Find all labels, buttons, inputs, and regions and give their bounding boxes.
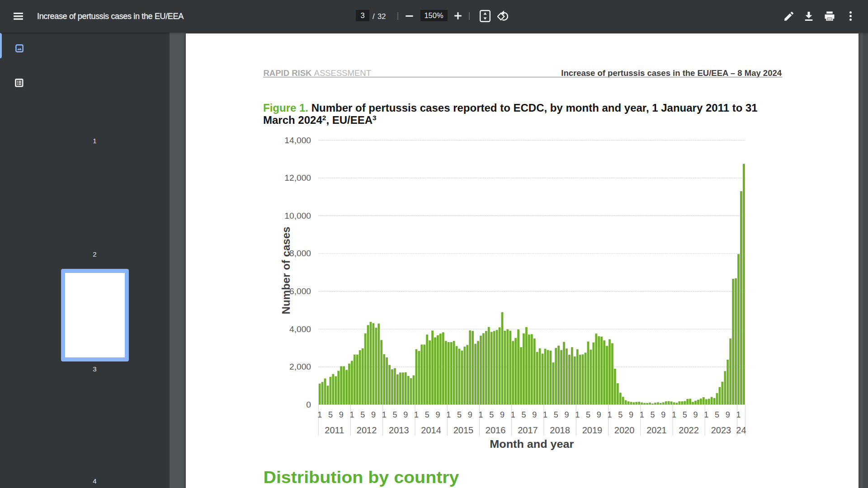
svg-text:Figure 1. Number of pertussis: Figure 1. Number of pertussis cases repo… — [263, 102, 758, 114]
svg-text:5: 5 — [360, 410, 365, 419]
svg-text:2014: 2014 — [421, 425, 441, 435]
svg-text:Number of cases: Number of cases — [280, 227, 292, 314]
svg-text:9: 9 — [339, 410, 343, 419]
svg-text:Increase of pertussis cases in: Increase of pertussis cases in the EU/EE… — [561, 68, 782, 78]
svg-text:9: 9 — [596, 410, 601, 419]
svg-text:2012: 2012 — [356, 425, 377, 435]
svg-text:9: 9 — [532, 410, 537, 419]
svg-text:2023: 2023 — [711, 425, 731, 435]
svg-text:9: 9 — [725, 410, 730, 419]
svg-text:1: 1 — [382, 410, 386, 419]
svg-text:9: 9 — [628, 410, 633, 419]
svg-text:5: 5 — [521, 410, 526, 419]
svg-text:5: 5 — [457, 410, 461, 419]
svg-text:9: 9 — [435, 410, 440, 419]
svg-text:9: 9 — [467, 410, 472, 419]
svg-text:12,000: 12,000 — [284, 173, 311, 183]
svg-text:1: 1 — [478, 410, 483, 419]
svg-text:2021: 2021 — [646, 425, 667, 435]
svg-text:1: 1 — [671, 410, 676, 419]
svg-text:9: 9 — [500, 410, 504, 419]
svg-text:1: 1 — [414, 410, 418, 419]
svg-text:5: 5 — [585, 410, 590, 419]
svg-text:5: 5 — [392, 410, 397, 419]
svg-text:1: 1 — [736, 410, 741, 419]
svg-text:1: 1 — [639, 410, 644, 419]
svg-text:5: 5 — [650, 410, 655, 419]
svg-text:4,000: 4,000 — [289, 324, 311, 334]
svg-text:1: 1 — [349, 410, 354, 419]
svg-text:2016: 2016 — [485, 425, 505, 435]
svg-text:2019: 2019 — [582, 425, 602, 435]
svg-text:2018: 2018 — [550, 425, 570, 435]
svg-text:2017: 2017 — [518, 425, 538, 435]
svg-text:2022: 2022 — [679, 425, 699, 435]
svg-text:March 20242, EU/EEA3: March 20242, EU/EEA3 — [263, 114, 377, 126]
svg-text:5: 5 — [553, 410, 558, 419]
svg-text:1: 1 — [510, 410, 515, 419]
svg-text:RAPID RISK ASSESSMENT: RAPID RISK ASSESSMENT — [263, 68, 371, 78]
svg-text:9: 9 — [661, 410, 665, 419]
svg-text:9: 9 — [693, 410, 698, 419]
svg-text:5: 5 — [618, 410, 623, 419]
svg-text:2015: 2015 — [453, 425, 473, 435]
svg-text:Month and year: Month and year — [490, 438, 574, 450]
svg-text:2020: 2020 — [614, 425, 634, 435]
svg-text:2011: 2011 — [325, 425, 344, 435]
svg-text:14,000: 14,000 — [284, 136, 311, 145]
svg-text:1: 1 — [575, 410, 580, 419]
svg-text:5: 5 — [425, 410, 429, 419]
svg-text:6,000: 6,000 — [289, 286, 311, 296]
svg-text:2,000: 2,000 — [289, 362, 311, 371]
svg-text:0: 0 — [306, 400, 311, 409]
svg-text:5: 5 — [714, 410, 719, 419]
svg-text:9: 9 — [564, 410, 569, 419]
svg-text:24: 24 — [736, 425, 746, 435]
svg-text:2013: 2013 — [389, 425, 409, 435]
svg-text:1: 1 — [317, 410, 322, 419]
svg-text:Distribution by country: Distribution by country — [263, 468, 459, 487]
svg-text:5: 5 — [328, 410, 332, 419]
svg-text:8,000: 8,000 — [289, 249, 311, 258]
svg-text:5: 5 — [489, 410, 494, 419]
svg-text:1: 1 — [704, 410, 708, 419]
svg-text:9: 9 — [371, 410, 375, 419]
svg-text:5: 5 — [682, 410, 687, 419]
svg-text:10,000: 10,000 — [284, 211, 311, 221]
svg-text:1: 1 — [446, 410, 451, 419]
svg-text:1: 1 — [607, 410, 612, 419]
svg-text:1: 1 — [542, 410, 547, 419]
svg-text:9: 9 — [403, 410, 408, 419]
